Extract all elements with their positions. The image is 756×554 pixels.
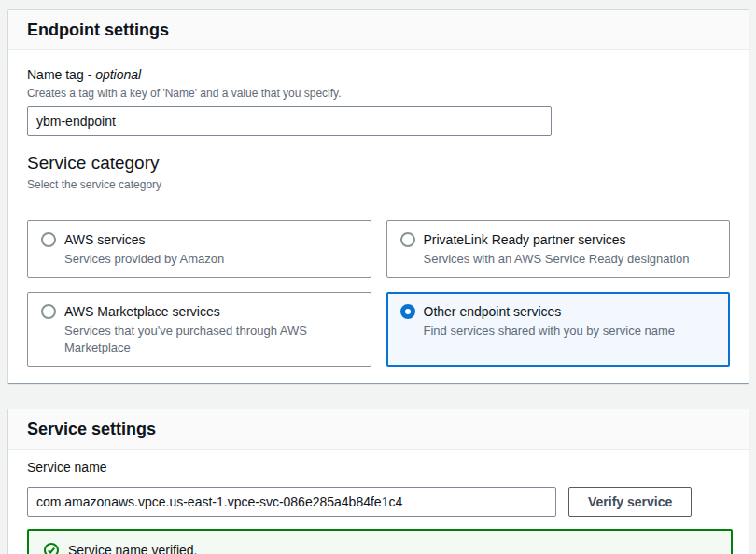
service-verified-alert: Service name verified. <box>27 529 733 554</box>
service-name-label: Service name <box>27 459 730 476</box>
endpoint-settings-body: Name tag - optional Creates a tag with a… <box>8 50 749 383</box>
endpoint-settings-title: Endpoint settings <box>27 20 730 40</box>
tile-description: Services that you've purchased through A… <box>64 323 357 356</box>
name-tag-input[interactable] <box>27 106 552 136</box>
tile-label: PrivateLink Ready partner services <box>424 230 690 249</box>
tile-label: Other endpoint services <box>424 302 676 321</box>
service-settings-header: Service settings <box>8 409 749 450</box>
success-check-icon <box>44 543 59 554</box>
name-tag-label-text: Name tag <box>27 67 88 82</box>
service-settings-card: Service settings Service name Verify ser… <box>7 409 749 554</box>
verify-service-button[interactable]: Verify service <box>568 487 692 517</box>
service-settings-title: Service settings <box>27 419 730 439</box>
name-tag-optional-text: - optional <box>88 67 142 82</box>
tile-text: PrivateLink Ready partner services Servi… <box>424 230 690 268</box>
tile-text: AWS Marketplace services Services that y… <box>64 302 357 356</box>
service-category-description: Select the service category <box>27 177 730 192</box>
service-settings-body: Service name Verify service Service name… <box>8 450 749 554</box>
service-category-tiles: AWS services Services provided by Amazon… <box>27 220 730 367</box>
name-tag-label: Name tag - optional <box>27 66 730 83</box>
service-name-row: Verify service <box>27 487 730 517</box>
tile-text: AWS services Services provided by Amazon <box>64 230 224 268</box>
tile-label: AWS Marketplace services <box>64 302 357 321</box>
name-tag-field: Name tag - optional Creates a tag with a… <box>27 66 730 136</box>
tile-privatelink-ready-partner-services[interactable]: PrivateLink Ready partner services Servi… <box>386 220 731 278</box>
endpoint-settings-card: Endpoint settings Name tag - optional Cr… <box>7 9 749 384</box>
tile-description: Find services shared with you by service… <box>424 323 676 339</box>
endpoint-settings-header: Endpoint settings <box>8 10 749 50</box>
service-category-heading: Service category <box>27 152 730 174</box>
tile-description: Services with an AWS Service Ready desig… <box>424 251 690 268</box>
tile-aws-services[interactable]: AWS services Services provided by Amazon <box>27 220 371 278</box>
radio-unchecked-icon[interactable] <box>400 232 415 247</box>
service-name-input[interactable] <box>27 487 556 517</box>
radio-unchecked-icon[interactable] <box>41 304 56 319</box>
name-tag-description: Creates a tag with a key of 'Name' and a… <box>27 86 730 101</box>
radio-checked-icon[interactable] <box>400 304 415 319</box>
alert-message: Service name verified. <box>68 543 198 554</box>
tile-text: Other endpoint services Find services sh… <box>424 302 676 339</box>
tile-description: Services provided by Amazon <box>64 251 224 268</box>
radio-unchecked-icon[interactable] <box>41 232 56 247</box>
tile-label: AWS services <box>64 230 224 249</box>
tile-aws-marketplace-services[interactable]: AWS Marketplace services Services that y… <box>27 292 371 367</box>
tile-other-endpoint-services[interactable]: Other endpoint services Find services sh… <box>386 292 731 367</box>
